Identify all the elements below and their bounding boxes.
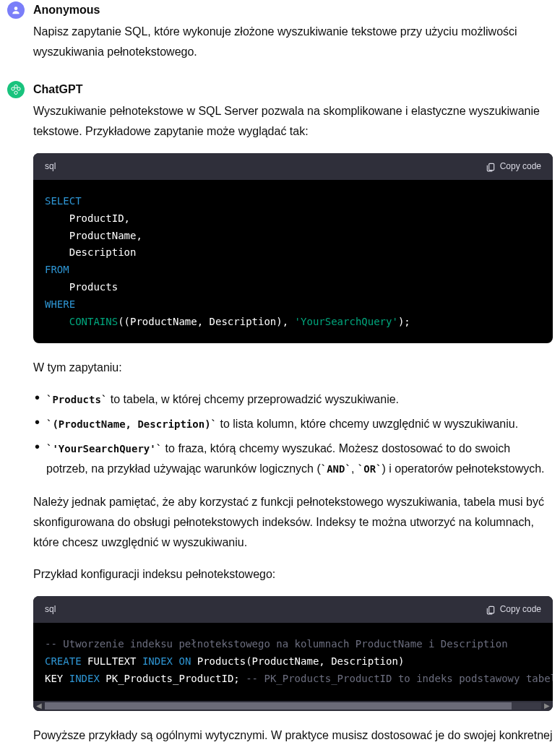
list-item: `'YourSearchQuery'` to fraza, którą chce… [33,439,553,479]
list-item: `(ProductName, Description)` to lista ko… [33,414,553,434]
person-icon [11,5,21,15]
bot-message: ChatGPT Wyszukiwanie pełnotekstowe w SQL… [0,79,560,750]
openai-icon [10,84,22,95]
svg-point-0 [14,7,18,10]
scroll-right-arrow[interactable]: ▶ [543,702,551,710]
svg-rect-1 [488,163,494,170]
bot-p4: Przykład konfiguracji indeksu pełnotekst… [33,564,553,585]
code-block-1: sql Copy code SELECT ProductID, ProductN… [33,153,553,343]
bot-body: Wyszukiwanie pełnotekstowe w SQL Server … [33,101,553,750]
inline-code: `Products` [46,394,107,405]
user-avatar [7,1,25,19]
inline-code: `AND` [321,463,351,475]
code-header: sql Copy code [33,153,553,180]
bot-avatar [7,81,25,98]
inline-code: `'YourSearchQuery'` [46,443,162,454]
bot-p5: Powyższe przykłady są ogólnymi wytycznym… [33,725,553,750]
user-text: Napisz zapytanie SQL, które wykonuje zło… [33,22,553,62]
code-header: sql Copy code [33,596,553,623]
svg-rect-2 [488,606,494,613]
copy-label: Copy code [500,159,541,174]
code-lang: sql [45,602,56,617]
scroll-track[interactable] [45,702,541,710]
inline-code: `OR` [358,463,382,475]
list-item: `Products` to tabela, w której chcemy pr… [33,389,553,410]
inline-code: `(ProductName, Description)` [46,418,217,430]
copy-button[interactable]: Copy code [486,602,541,617]
code-lang: sql [45,159,56,174]
bullet-list: `Products` to tabela, w której chcemy pr… [33,389,553,479]
user-content: Anonymous Napisz zapytanie SQL, które wy… [33,0,553,62]
copy-label: Copy code [500,602,541,617]
copy-button[interactable]: Copy code [486,159,541,174]
user-author: Anonymous [33,0,553,20]
code-body-1[interactable]: SELECT ProductID, ProductName, Descripti… [33,180,553,343]
code-block-2: sql Copy code -- Utworzenie indeksu pełn… [33,596,553,710]
code-body-2[interactable]: -- Utworzenie indeksu pełnotekstowego na… [33,623,553,700]
bot-p2: W tym zapytaniu: [33,358,553,378]
bot-content: ChatGPT Wyszukiwanie pełnotekstowe w SQL… [33,79,553,750]
user-message: Anonymous Napisz zapytanie SQL, które wy… [0,0,560,62]
bot-p3: Należy jednak pamiętać, że aby korzystać… [33,492,553,553]
bot-author: ChatGPT [33,79,553,100]
clipboard-icon [486,162,496,172]
bot-p1: Wyszukiwanie pełnotekstowe w SQL Server … [33,101,553,142]
scroll-left-arrow[interactable]: ◀ [35,702,43,710]
scroll-thumb[interactable] [45,702,512,710]
user-body: Napisz zapytanie SQL, które wykonuje zło… [33,22,553,62]
clipboard-icon [486,605,496,615]
horizontal-scrollbar[interactable]: ◀ ▶ [33,701,553,711]
